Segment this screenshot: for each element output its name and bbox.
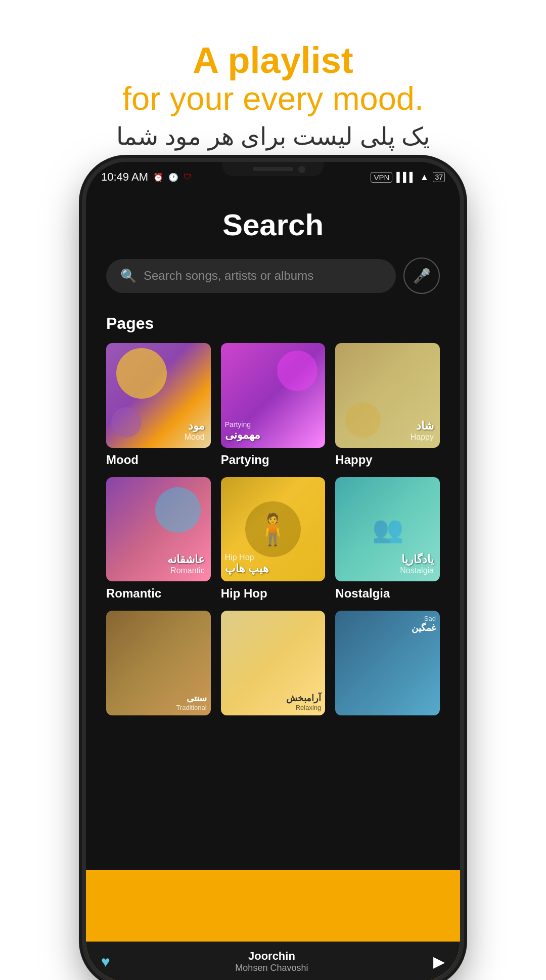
page-card-mood[interactable]: مود Mood Mood xyxy=(106,343,211,467)
partying-card-image: Partying مهمونی xyxy=(221,343,326,448)
pages-label: Pages xyxy=(106,314,440,333)
page-card-traditional[interactable]: سنتی Traditional xyxy=(106,611,211,715)
wifi-icon: ▲ xyxy=(420,172,429,183)
phone-frame: 10:49 AM ⏰ 🕐 🛡 VPN ▌▌▌ ▲ 37 Search 🔍 xyxy=(86,162,460,980)
speaker xyxy=(253,167,293,171)
shield-icon: 🛡 xyxy=(184,173,192,182)
nostalgia-label: Nostalgia xyxy=(335,586,440,601)
happy-card-image: شاد Happy xyxy=(335,343,440,448)
phone-notch xyxy=(222,162,324,176)
front-camera xyxy=(298,166,305,173)
marketing-header: A playlist for your every mood. یک پلی ل… xyxy=(0,0,546,171)
signal-icon: ▌▌▌ xyxy=(396,172,416,183)
romantic-label: Romantic xyxy=(106,586,211,601)
clock-icon: 🕐 xyxy=(168,173,178,182)
search-placeholder: Search songs, artists or albums xyxy=(144,269,313,283)
vpn-badge: VPN xyxy=(371,172,392,183)
mini-player-song: Joorchin xyxy=(235,950,308,963)
page-card-sad[interactable]: Sad غمگین xyxy=(335,611,440,715)
partial-row: سنتی Traditional آرامبخش Relaxing Sad xyxy=(106,611,440,715)
romantic-card-image: عاشقانه Romantic xyxy=(106,477,211,582)
search-input-box[interactable]: 🔍 Search songs, artists or albums xyxy=(106,259,396,293)
play-button[interactable]: ▶ xyxy=(433,953,445,970)
partying-label: Partying xyxy=(221,453,326,467)
page-card-hiphop[interactable]: 🧍 Hip Hop هیپ هاپ Hip Hop xyxy=(221,477,326,601)
mic-button[interactable]: 🎤 xyxy=(403,258,440,294)
marketing-title-bold: A playlist xyxy=(0,40,546,80)
heart-icon[interactable]: ♥ xyxy=(101,953,110,970)
mic-icon: 🎤 xyxy=(413,268,431,284)
hiphop-card-image: 🧍 Hip Hop هیپ هاپ xyxy=(221,477,326,582)
mini-player-info: Joorchin Mohsen Chavoshi xyxy=(235,950,308,973)
status-time: 10:49 AM xyxy=(101,171,148,184)
battery: 37 xyxy=(433,172,445,182)
page-card-partying[interactable]: Partying مهمونی Partying xyxy=(221,343,326,467)
page-card-romantic[interactable]: عاشقانه Romantic Romantic xyxy=(106,477,211,601)
search-page: Search 🔍 Search songs, artists or albums… xyxy=(86,192,460,715)
marketing-title-light: for your every mood. xyxy=(0,80,546,117)
mini-player-artist: Mohsen Chavoshi xyxy=(235,963,308,973)
page-card-nostalgia[interactable]: 👥 یادگاریا Nostalgia Nostalgia xyxy=(335,477,440,601)
page-card-happy[interactable]: شاد Happy Happy xyxy=(335,343,440,467)
status-left: 10:49 AM ⏰ 🕐 🛡 xyxy=(101,171,192,184)
page-card-relaxing[interactable]: آرامبخش Relaxing xyxy=(221,611,326,715)
search-icon: 🔍 xyxy=(120,268,136,284)
alarm-icon: ⏰ xyxy=(153,173,163,182)
mood-label: Mood xyxy=(106,453,211,467)
happy-label: Happy xyxy=(335,453,440,467)
phone-screen: Search 🔍 Search songs, artists or albums… xyxy=(86,192,460,980)
mood-card-image: مود Mood xyxy=(106,343,211,448)
mini-player[interactable]: ♥ Joorchin Mohsen Chavoshi ▶ xyxy=(86,942,460,980)
hiphop-label: Hip Hop xyxy=(221,586,326,601)
status-right: VPN ▌▌▌ ▲ 37 xyxy=(371,172,445,183)
nostalgia-card-image: 👥 یادگاریا Nostalgia xyxy=(335,477,440,582)
search-bar-row: 🔍 Search songs, artists or albums 🎤 xyxy=(106,258,440,294)
search-title: Search xyxy=(106,207,440,242)
marketing-subtitle: یک پلی لیست برای هر مود شما xyxy=(0,122,546,150)
pages-grid: مود Mood Mood xyxy=(106,343,440,601)
